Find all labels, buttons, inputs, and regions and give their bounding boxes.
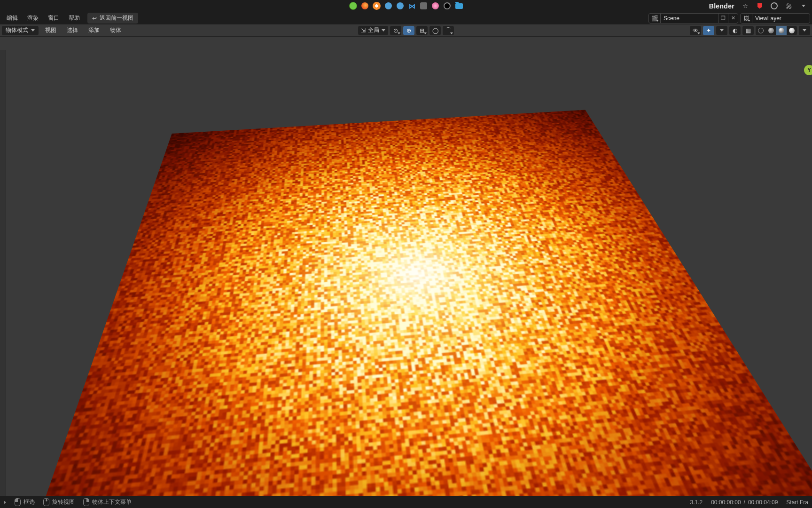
snap-target-dropdown[interactable]: ⊞ — [416, 26, 428, 35]
frame-label: Start Fra — [786, 499, 808, 506]
transform-orientation-dropdown[interactable]: ⇲ 全局 — [358, 26, 388, 35]
viewport-menu-add[interactable]: 添加 — [85, 26, 103, 34]
chevron-down-icon — [31, 29, 35, 32]
status-expand-icon[interactable] — [4, 500, 6, 504]
orientation-icon: ⇲ — [361, 27, 366, 34]
os-taskbar-right: Blender ☆ ⛊ 🎤︎ — [709, 0, 807, 12]
active-app-name: Blender — [709, 2, 734, 10]
app-icon-blender[interactable] — [373, 2, 381, 10]
scene-name-input[interactable] — [661, 14, 718, 23]
shading-options-dropdown[interactable] — [799, 26, 810, 35]
orientation-label: 全局 — [368, 26, 379, 34]
3d-viewport[interactable]: Y — [0, 37, 812, 496]
viewport-menu-object[interactable]: 物体 — [106, 26, 125, 34]
app-icon-vscode[interactable]: ⋈ — [408, 2, 416, 10]
xray-toggle[interactable]: ▦ — [742, 26, 754, 35]
status-bar: 框选 旋转视图 物体上下文菜单 3.1.2 00:00:00:00 / 00:0… — [0, 496, 812, 508]
menu-render[interactable]: 渲染 — [23, 12, 43, 24]
notifications-icon[interactable]: ☆ — [741, 2, 749, 10]
system-menu-dropdown[interactable] — [799, 2, 807, 10]
status-hint-select: 框选 — [15, 498, 35, 506]
viewport-shading-selector — [756, 26, 797, 35]
app-icon-obs[interactable] — [443, 2, 451, 10]
security-shield-icon[interactable]: ⛊ — [756, 2, 764, 10]
viewlayer-name-input[interactable] — [752, 14, 810, 23]
os-taskbar: ⋈ Blender ☆ ⛊ 🎤︎ — [0, 0, 812, 12]
blender-topbar: 编辑 渲染 窗口 帮助 ↩ 返回前一视图 🎬 ❐ ✕ 🖼 — [0, 12, 812, 24]
nav-gizmo-y-axis[interactable]: Y — [804, 65, 812, 75]
app-icon-generic-2[interactable] — [420, 2, 428, 10]
app-icon-files[interactable] — [455, 2, 463, 10]
interaction-mode-dropdown[interactable]: 物体模式 — [2, 26, 39, 35]
proportional-edit-toggle[interactable]: ◯ — [429, 26, 441, 35]
overlay-toggle[interactable]: ◐ — [729, 26, 741, 35]
back-label: 返回前一视图 — [100, 14, 133, 22]
obs-tray-icon[interactable] — [770, 2, 778, 10]
gizmo-options-dropdown[interactable] — [716, 26, 727, 35]
os-taskbar-center: ⋈ — [349, 0, 463, 12]
status-hint-rotate: 旋转视图 — [43, 498, 75, 506]
proportional-falloff-dropdown[interactable]: ⌒ — [443, 26, 454, 35]
snap-toggle[interactable]: ⊕ — [403, 26, 414, 35]
app-icon-firefox[interactable] — [361, 2, 369, 10]
app-icon-generic-3[interactable] — [431, 2, 439, 10]
shading-wireframe[interactable] — [756, 26, 766, 35]
chevron-down-icon — [382, 29, 385, 32]
app-icon-generic-1[interactable] — [384, 2, 392, 10]
shading-material-preview[interactable] — [776, 26, 787, 35]
microphone-icon[interactable]: 🎤︎ — [785, 2, 793, 10]
shading-rendered[interactable] — [787, 26, 797, 35]
menu-window[interactable]: 窗口 — [43, 12, 64, 24]
viewport-menu-select[interactable]: 选择 — [63, 26, 82, 34]
visibility-filter-dropdown[interactable]: 👁 — [690, 26, 701, 35]
new-scene-button[interactable]: ❐ — [718, 14, 728, 23]
viewport-menu-view[interactable]: 视图 — [41, 26, 60, 34]
shading-solid[interactable] — [766, 26, 776, 35]
textured-plane-object[interactable] — [0, 110, 812, 496]
mouse-left-icon — [15, 498, 21, 506]
noise-texture-preview — [0, 110, 812, 496]
delete-scene-button[interactable]: ✕ — [728, 14, 738, 23]
back-arrow-icon: ↩ — [92, 15, 97, 22]
scene-icon: 🎬 — [649, 14, 661, 23]
menu-help[interactable]: 帮助 — [64, 12, 85, 24]
blender-version-label: 3.1.2 — [690, 499, 703, 506]
app-icon-godot[interactable] — [396, 2, 404, 10]
app-icon-system[interactable] — [349, 2, 357, 10]
viewlayer-selector[interactable]: 🖼 — [740, 13, 810, 24]
mode-label: 物体模式 — [6, 26, 28, 34]
pivot-point-dropdown[interactable]: ⊙ — [390, 26, 401, 35]
viewlayer-icon: 🖼 — [741, 14, 752, 23]
gizmo-toggle[interactable]: ✦ — [703, 26, 714, 35]
scene-selector[interactable]: 🎬 ❐ ✕ — [648, 13, 738, 24]
menu-edit[interactable]: 编辑 — [2, 12, 23, 24]
back-to-previous-button[interactable]: ↩ 返回前一视图 — [87, 13, 138, 24]
timecode-display: 00:00:00:00 / 00:00:04:09 — [711, 499, 778, 506]
toolbar-strip[interactable] — [0, 50, 6, 496]
scene-content — [124, 37, 688, 496]
mouse-middle-icon — [43, 498, 49, 506]
viewport-header: 物体模式 视图 选择 添加 物体 ⇲ 全局 ⊙ ⊕ ⊞ ◯ ⌒ 👁 ✦ ◐ ▦ — [0, 24, 812, 37]
status-hint-context-menu: 物体上下文菜单 — [83, 498, 132, 506]
mouse-right-icon — [83, 498, 89, 506]
